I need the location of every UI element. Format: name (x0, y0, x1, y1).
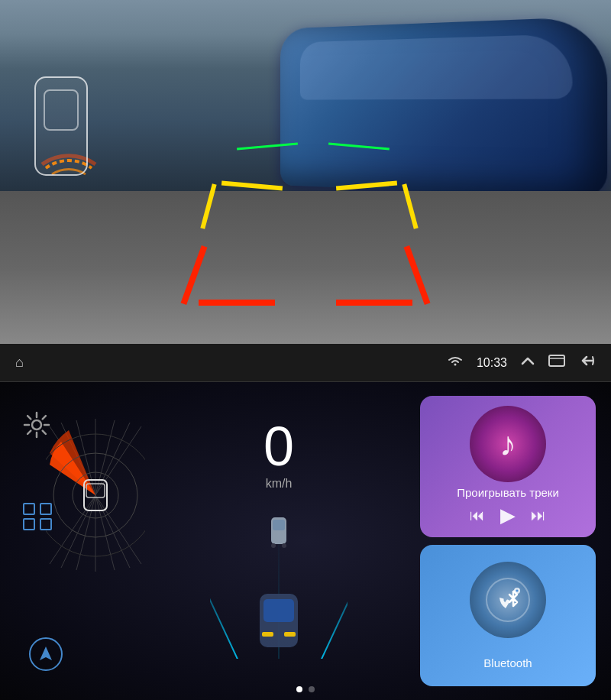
road-car-far (267, 514, 290, 552)
page-dot-1[interactable] (296, 686, 302, 692)
window-icon[interactable] (548, 355, 565, 371)
guide-line-red-left-h (199, 300, 275, 306)
camera-view (0, 0, 611, 344)
guide-line-yellow-right-v (402, 183, 418, 229)
car-outline (34, 76, 88, 176)
dashboard: 0 km/h (0, 382, 611, 700)
road-left-lane (210, 550, 246, 659)
svg-line-9 (95, 426, 141, 495)
clock: 10:33 (477, 356, 507, 370)
road-right-lane (313, 550, 348, 659)
speed-panel: 0 km/h (153, 396, 405, 686)
home-icon[interactable]: ⌂ (15, 355, 24, 371)
svg-point-25 (282, 543, 286, 548)
svg-rect-27 (263, 599, 294, 622)
bluetooth-card[interactable]: Bluetooth (420, 545, 596, 686)
bluetooth-icon-circle (470, 562, 546, 638)
music-card[interactable]: ♪ Проигрывать треки ⏮ ▶ ⏭ (420, 396, 596, 537)
cards-panel: ♪ Проигрывать треки ⏮ ▶ ⏭ (420, 396, 596, 686)
sensor-panel (15, 396, 137, 686)
music-note-icon: ♪ (499, 425, 516, 463)
bluetooth-card-label: Bluetooth (483, 656, 532, 669)
status-bar: ⌂ 10:33 (0, 344, 611, 382)
svg-line-11 (61, 495, 95, 568)
guide-line-yellow-left-h (221, 181, 283, 191)
next-track-button[interactable]: ⏭ (531, 507, 546, 524)
svg-rect-0 (549, 355, 564, 366)
status-right-group: 10:33 (448, 354, 596, 371)
svg-rect-23 (273, 520, 285, 530)
svg-line-14 (95, 495, 115, 570)
navigation-button[interactable] (29, 637, 63, 671)
music-icon-circle: ♪ (470, 406, 546, 482)
wifi-icon (448, 355, 463, 371)
road-car-near (256, 590, 302, 659)
speed-value: 0 (263, 419, 294, 474)
music-card-label: Проигрывать треки (457, 486, 559, 499)
parking-guide-lines (191, 145, 420, 321)
guide-line-red-right-h (336, 300, 412, 306)
chevron-up-icon[interactable] (521, 355, 535, 371)
svg-point-24 (271, 543, 276, 548)
svg-line-15 (95, 495, 130, 568)
play-button[interactable]: ▶ (500, 504, 516, 527)
music-controls: ⏮ ▶ ⏭ (470, 504, 546, 527)
svg-line-10 (50, 495, 95, 564)
car-topview-overlay (31, 76, 92, 191)
prev-track-button[interactable]: ⏮ (470, 507, 485, 524)
svg-rect-31 (284, 632, 296, 637)
road-visualization (210, 506, 348, 659)
page-dots (296, 686, 315, 692)
sensor-radar (46, 419, 145, 572)
status-left-group: ⌂ (15, 355, 24, 371)
svg-point-2 (32, 420, 41, 429)
svg-rect-30 (262, 632, 273, 637)
speed-unit: km/h (266, 477, 293, 491)
svg-line-16 (95, 495, 141, 564)
page-dot-2[interactable] (309, 686, 315, 692)
app-grid-cell-3 (23, 518, 35, 530)
guide-line-yellow-right-h (336, 181, 397, 191)
guide-line-yellow-left-v (200, 183, 216, 229)
back-icon[interactable] (579, 354, 596, 371)
app-grid-cell-1 (23, 503, 35, 515)
svg-line-12 (76, 495, 95, 570)
